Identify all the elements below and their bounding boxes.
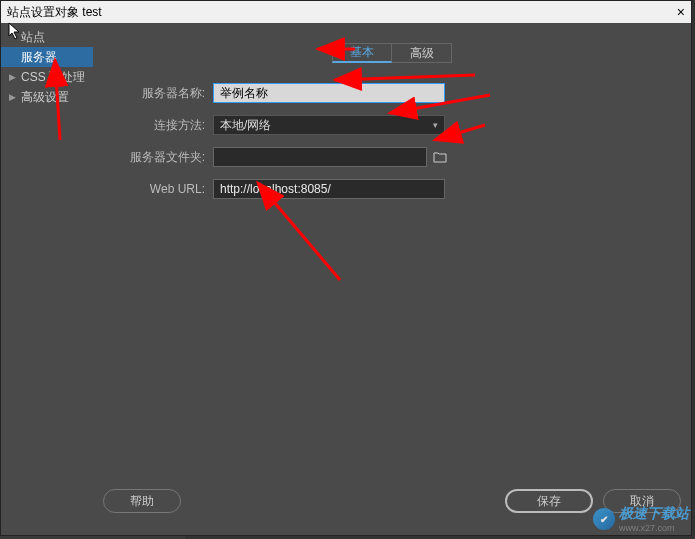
sidebar-item-label: CSS 预处理 bbox=[21, 69, 85, 86]
expand-icon[interactable]: ▶ bbox=[9, 92, 19, 102]
sidebar-item-label: 服务器 bbox=[21, 49, 57, 66]
close-icon[interactable]: × bbox=[677, 4, 685, 20]
server-name-label: 服务器名称: bbox=[103, 85, 213, 102]
sidebar-item-advanced[interactable]: ▶ 高级设置 bbox=[1, 87, 93, 107]
server-name-input[interactable] bbox=[213, 83, 445, 103]
sidebar-item-label: 站点 bbox=[21, 29, 45, 46]
server-folder-input[interactable] bbox=[213, 147, 427, 167]
cursor-icon bbox=[8, 22, 22, 40]
browse-folder-button[interactable] bbox=[431, 148, 449, 166]
connect-method-label: 连接方法: bbox=[103, 117, 213, 134]
select-value: 本地/网络 bbox=[220, 117, 271, 134]
tab-basic[interactable]: 基本 bbox=[332, 43, 392, 63]
help-button[interactable]: 帮助 bbox=[103, 489, 181, 513]
watermark-url: www.x27.com bbox=[619, 523, 689, 533]
dialog-title: 站点设置对象 test bbox=[7, 4, 102, 21]
watermark: ✔ 极速下载站 www.x27.com bbox=[593, 505, 689, 533]
titlebar: 站点设置对象 test × bbox=[1, 1, 691, 23]
watermark-brand: 极速下载站 bbox=[619, 505, 689, 523]
sidebar-item-css[interactable]: ▶ CSS 预处理 bbox=[1, 67, 93, 87]
main-panel: 基本 高级 服务器名称: 连接方法: 本地/网络 ▾ 服务器文件夹: bbox=[93, 23, 691, 535]
tabs: 基本 高级 bbox=[103, 43, 681, 63]
web-url-label: Web URL: bbox=[103, 182, 213, 196]
sidebar: 站点 服务器 ▶ CSS 预处理 ▶ 高级设置 bbox=[1, 23, 93, 535]
sidebar-item-label: 高级设置 bbox=[21, 89, 69, 106]
server-folder-label: 服务器文件夹: bbox=[103, 149, 213, 166]
save-button[interactable]: 保存 bbox=[505, 489, 593, 513]
web-url-input[interactable] bbox=[213, 179, 445, 199]
expand-icon[interactable]: ▶ bbox=[9, 72, 19, 82]
site-settings-dialog: 站点设置对象 test × 站点 服务器 ▶ CSS 预处理 ▶ 高级设置 bbox=[0, 0, 692, 536]
chevron-down-icon: ▾ bbox=[433, 120, 438, 130]
sidebar-item-server[interactable]: 服务器 bbox=[1, 47, 93, 67]
watermark-logo-icon: ✔ bbox=[593, 508, 615, 530]
tab-advanced[interactable]: 高级 bbox=[392, 43, 452, 63]
connect-method-select[interactable]: 本地/网络 ▾ bbox=[213, 115, 445, 135]
folder-icon bbox=[433, 151, 447, 163]
